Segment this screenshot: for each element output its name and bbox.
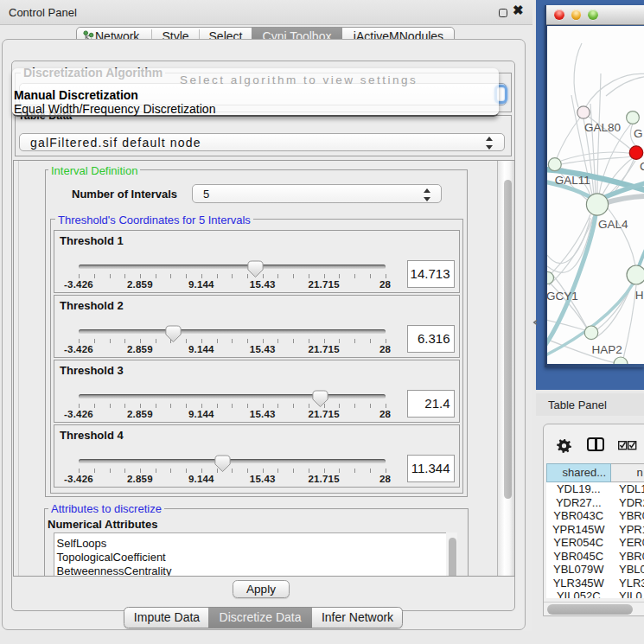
svg-text:HAP2: HAP2	[592, 342, 622, 355]
svg-text:GAL80: GAL80	[584, 120, 621, 133]
svg-text:C: C	[640, 160, 644, 173]
svg-text:GAL4: GAL4	[598, 218, 628, 231]
svg-text:H: H	[635, 289, 644, 302]
svg-text:GCY1: GCY1	[547, 290, 578, 303]
svg-text:G: G	[634, 127, 643, 140]
svg-text:GAL11: GAL11	[555, 174, 590, 187]
